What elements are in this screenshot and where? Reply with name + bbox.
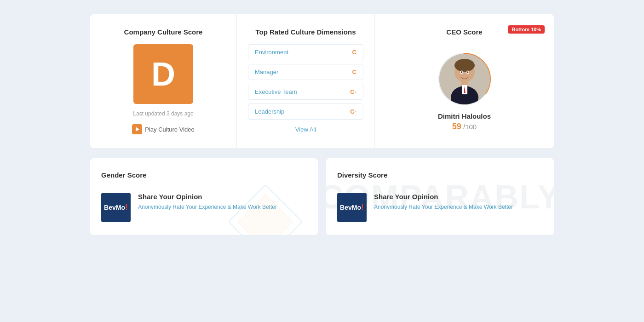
- dimension-label-executive-team: Executive Team: [255, 88, 297, 95]
- play-icon: [132, 124, 142, 134]
- dimension-item-leadership[interactable]: Leadership C-: [248, 104, 363, 120]
- diversity-score-card: COMPARABLY Diversity Score BevMo! Share …: [326, 158, 554, 236]
- dimension-grade-executive-team: C-: [350, 88, 356, 95]
- diversity-share-title: Share Your Opinion: [374, 193, 513, 201]
- dimension-grade-manager: C: [352, 69, 356, 75]
- grade-box: D: [133, 44, 193, 104]
- ceo-score-card: CEO Score Bottom 10%: [375, 14, 554, 149]
- dimension-grade-environment: C: [352, 49, 356, 56]
- gender-share-subtitle: Anonymously Rate Your Experience & Make …: [138, 203, 277, 211]
- ceo-score-display: 59 /100: [452, 122, 477, 132]
- gender-share-section: BevMo! Share Your Opinion Anonymously Ra…: [101, 193, 307, 222]
- diversity-bevmo-logo: BevMo!: [337, 193, 367, 222]
- play-video-label: Play Culture Video: [145, 126, 194, 133]
- culture-dimensions-card: Top Rated Culture Dimensions Environment…: [237, 14, 375, 149]
- culture-score-card: Company Culture Score D Last updated 3 d…: [90, 14, 237, 149]
- dimensions-title: Top Rated Culture Dimensions: [248, 28, 363, 36]
- svg-point-4: [454, 59, 475, 72]
- bevmo-logo-text: BevMo!: [104, 203, 128, 212]
- diversity-bevmo-exclaim: !: [361, 202, 364, 212]
- ceo-score-out-of: /100: [463, 123, 477, 131]
- gender-score-card: Gender Score BevMo! Share Your Opinion: [90, 158, 318, 236]
- bottom-badge: Bottom 10%: [508, 25, 545, 34]
- diversity-score-title: Diversity Score: [337, 171, 543, 179]
- bevmo-exclaim: !: [125, 202, 128, 212]
- ceo-avatar: [439, 54, 490, 104]
- diversity-share-section: BevMo! Share Your Opinion Anonymously Ra…: [337, 193, 543, 222]
- ceo-name: Dimitri Haloulos: [438, 112, 491, 120]
- ceo-score-title: CEO Score: [446, 28, 482, 36]
- dimension-label-leadership: Leadership: [255, 108, 284, 115]
- diversity-share-content: Share Your Opinion Anonymously Rate Your…: [374, 193, 513, 211]
- dimension-grade-leadership: C-: [350, 108, 356, 115]
- diversity-share-subtitle: Anonymously Rate Your Experience & Make …: [374, 203, 513, 211]
- gender-share-content: Share Your Opinion Anonymously Rate Your…: [138, 193, 277, 211]
- dimension-label-manager: Manager: [255, 69, 278, 75]
- dimension-item-manager[interactable]: Manager C: [248, 64, 363, 80]
- view-all-link[interactable]: View All: [248, 126, 363, 133]
- gender-bevmo-logo: BevMo!: [101, 193, 131, 222]
- gender-share-title: Share Your Opinion: [138, 193, 277, 201]
- last-updated-text: Last updated 3 days ago: [133, 110, 193, 117]
- play-culture-video-button[interactable]: Play Culture Video: [132, 124, 194, 134]
- dimension-label-environment: Environment: [255, 49, 288, 56]
- svg-point-12: [467, 71, 468, 73]
- svg-point-11: [460, 71, 462, 73]
- culture-score-title: Company Culture Score: [124, 28, 203, 36]
- dimension-item-environment[interactable]: Environment C: [248, 44, 363, 60]
- grade-letter: D: [151, 55, 175, 93]
- ceo-avatar-wrapper: [437, 52, 492, 107]
- diversity-bevmo-logo-text: BevMo!: [340, 203, 364, 212]
- dimension-item-executive-team[interactable]: Executive Team C-: [248, 84, 363, 100]
- gender-score-title: Gender Score: [101, 171, 307, 179]
- ceo-score-number: 59: [452, 122, 461, 131]
